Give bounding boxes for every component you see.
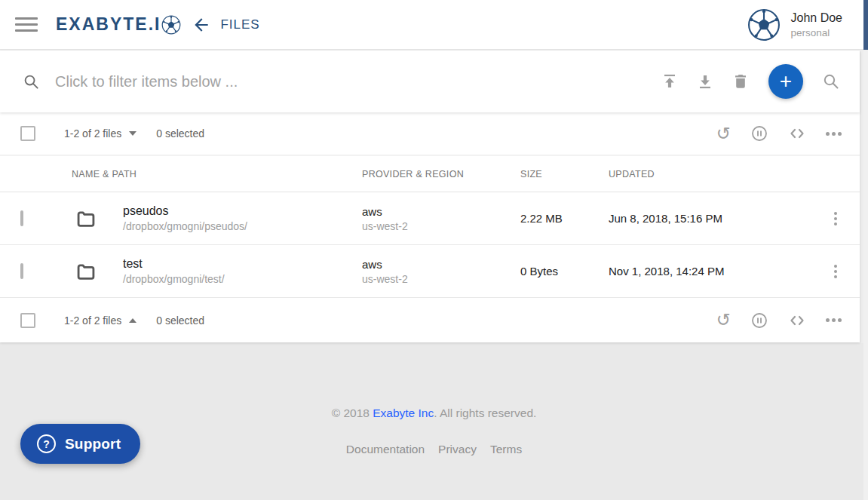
back-arrow-icon[interactable] — [192, 15, 211, 35]
file-updated: Jun 8, 2018, 15:16 PM — [609, 212, 811, 225]
scrollbar — [863, 0, 868, 500]
pause-icon[interactable] — [750, 124, 768, 143]
account-type: personal — [791, 27, 843, 38]
files-panel: + 1-2 of 2 files 0 selected ↺ NAME & — [0, 51, 860, 342]
download-icon[interactable] — [696, 72, 714, 90]
file-path: /dropbox/gmogni/pseudos/ — [123, 220, 247, 232]
menu-icon[interactable] — [15, 17, 38, 32]
provider: aws — [362, 205, 520, 218]
user-name: John Doe — [791, 11, 843, 25]
region: us-west-2 — [362, 220, 520, 232]
logo-soccer-ball-icon — [161, 15, 181, 35]
table-toolbar-top: 1-2 of 2 files 0 selected ↺ — [0, 112, 860, 155]
user-menu[interactable]: John Doe personal — [747, 8, 843, 41]
row-checkbox[interactable] — [20, 210, 23, 226]
pagination-dropdown-bottom[interactable]: 1-2 of 2 files — [64, 314, 136, 327]
copyright-prefix: © 2018 — [332, 406, 373, 419]
table-row[interactable]: test /dropbox/gmogni/test/ aws us-west-2… — [0, 245, 860, 298]
row-menu-kebab-icon[interactable] — [831, 262, 840, 281]
copyright-suffix: . All rights reserved. — [434, 406, 536, 419]
footer-link[interactable]: Privacy — [438, 443, 477, 456]
upload-icon[interactable] — [661, 72, 679, 90]
selected-count: 0 selected — [156, 127, 204, 140]
filter-input[interactable] — [55, 73, 661, 90]
table-toolbar-bottom: 1-2 of 2 files 0 selected ↺ — [0, 298, 860, 342]
select-all-checkbox-bottom[interactable] — [20, 313, 35, 328]
selected-count-bottom: 0 selected — [156, 314, 204, 327]
range-label: 1-2 of 2 files — [64, 314, 121, 327]
file-size: 2.22 MB — [520, 212, 609, 225]
question-mark-icon: ? — [37, 434, 56, 453]
support-button[interactable]: ? Support — [20, 424, 140, 464]
add-button[interactable]: + — [768, 64, 803, 99]
footer: © 2018 Exabyte Inc. All rights reserved.… — [0, 343, 868, 500]
delete-icon[interactable] — [732, 72, 750, 90]
table-body: pseudos /dropbox/gmogni/pseudos/ aws us-… — [0, 192, 860, 298]
file-updated: Nov 1, 2018, 14:24 PM — [609, 265, 811, 278]
footer-link[interactable]: Terms — [490, 443, 522, 456]
filter-bar: + — [0, 51, 860, 112]
plus-icon: + — [780, 71, 792, 92]
scrollbar-thumb[interactable] — [863, 0, 868, 50]
file-path: /dropbox/gmogni/test/ — [123, 273, 225, 285]
search-icon — [23, 73, 40, 90]
footer-link[interactable]: Documentation — [346, 443, 425, 456]
file-name: pseudos — [123, 204, 247, 218]
page-title: FILES — [220, 17, 259, 32]
code-icon[interactable] — [788, 124, 806, 143]
copyright-text: © 2018 Exabyte Inc. All rights reserved. — [0, 343, 868, 420]
table-header-row: NAME & PATH PROVIDER & REGION SIZE UPDAT… — [0, 155, 860, 192]
pagination-dropdown[interactable]: 1-2 of 2 files — [64, 127, 136, 140]
column-header-name-path: NAME & PATH — [53, 169, 362, 179]
toolbar-actions-bottom: ↺ — [716, 311, 842, 330]
provider: aws — [362, 258, 520, 271]
column-header-size: SIZE — [520, 169, 609, 179]
caret-up-icon — [129, 318, 136, 323]
range-label: 1-2 of 2 files — [64, 127, 121, 140]
filter-actions: + — [661, 64, 840, 99]
company-link[interactable]: Exabyte Inc — [373, 406, 434, 419]
folder-icon — [75, 261, 97, 282]
toolbar-actions: ↺ — [716, 124, 842, 143]
advanced-search-icon[interactable] — [822, 72, 840, 90]
file-size: 0 Bytes — [520, 265, 609, 278]
code-icon[interactable] — [788, 311, 806, 330]
column-header-provider-region: PROVIDER & REGION — [362, 169, 520, 179]
row-checkbox[interactable] — [20, 263, 23, 279]
refresh-icon[interactable]: ↺ — [716, 125, 731, 143]
avatar — [747, 8, 781, 41]
region: us-west-2 — [362, 273, 520, 285]
files-page: EXABYTE.I FILES John Doe personal + — [0, 0, 868, 500]
refresh-icon[interactable]: ↺ — [716, 311, 731, 329]
support-label: Support — [65, 436, 121, 452]
file-name: test — [123, 257, 225, 271]
column-header-updated: UPDATED — [609, 169, 811, 179]
row-menu-kebab-icon[interactable] — [831, 209, 840, 229]
pause-icon[interactable] — [750, 311, 768, 330]
app-bar: EXABYTE.I FILES John Doe personal — [0, 0, 868, 50]
folder-icon — [75, 208, 97, 229]
caret-down-icon — [129, 131, 136, 136]
more-options-icon[interactable] — [826, 318, 842, 322]
table-row[interactable]: pseudos /dropbox/gmogni/pseudos/ aws us-… — [0, 192, 860, 245]
more-options-icon[interactable] — [826, 132, 842, 136]
exabyte-logo[interactable]: EXABYTE.I — [56, 14, 181, 35]
logo-text: EXABYTE.I — [56, 14, 161, 35]
select-all-checkbox[interactable] — [20, 126, 35, 141]
